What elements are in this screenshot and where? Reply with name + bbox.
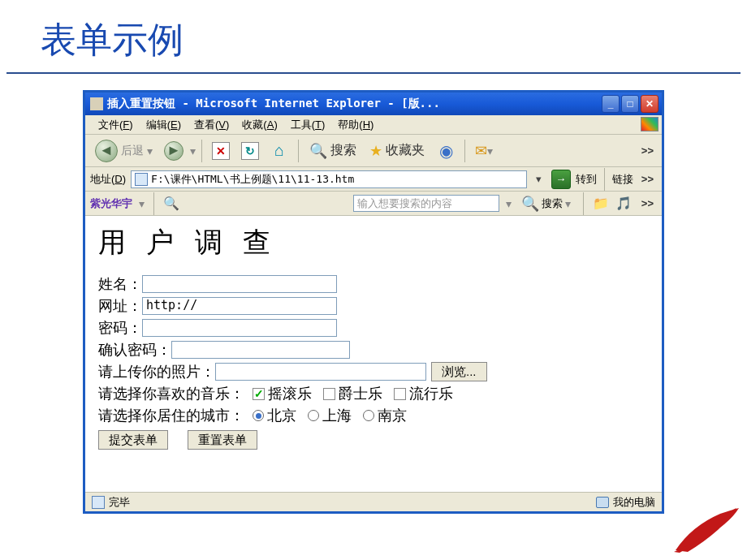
windows-flag-icon <box>641 117 658 131</box>
stop-button[interactable]: ✕ <box>208 138 234 164</box>
go-label: 转到 <box>576 172 597 187</box>
address-separator <box>604 168 605 191</box>
submit-button[interactable]: 提交表单 <box>98 430 168 450</box>
search-button[interactable]: 🔍 搜索 <box>304 138 361 164</box>
links-label[interactable]: 链接 <box>612 172 633 187</box>
upload-label: 请上传你的照片： <box>98 362 215 381</box>
menu-edit[interactable]: 编辑(E) <box>140 116 188 134</box>
address-label: 地址(D) <box>90 172 126 187</box>
menu-file[interactable]: 文件(F) <box>92 116 140 134</box>
reset-button[interactable]: 重置表单 <box>188 430 257 450</box>
back-label: 后退 <box>121 144 144 158</box>
media-button[interactable]: ◉ <box>433 138 459 164</box>
menu-tools[interactable]: 工具(T) <box>284 116 332 134</box>
page-icon <box>135 173 148 186</box>
close-button[interactable]: ✕ <box>641 95 658 113</box>
confirm-input[interactable] <box>171 341 350 359</box>
extra-search-input[interactable]: 输入想要搜索的内容 <box>353 195 499 212</box>
window-controls: _ □ ✕ <box>602 95 658 113</box>
extra-search-drop[interactable]: ▾ <box>506 197 512 210</box>
shanghai-label: 上海 <box>322 406 352 425</box>
mail-button[interactable]: ✉▾ <box>471 138 497 164</box>
toolbar-overflow[interactable]: >> <box>638 144 657 157</box>
forward-icon: ► <box>164 141 184 161</box>
toolbar: ◄ 后退 ▾ ► ▾ ✕ ↻ ⌂ 🔍 搜索 ★ 收藏夹 ◉ ✉▾ >> <box>85 135 662 167</box>
browse-button[interactable]: 浏览... <box>431 362 487 381</box>
toolbar-separator <box>201 140 202 162</box>
star-icon: ★ <box>369 142 382 160</box>
tool-icon-1[interactable]: 📁 <box>593 196 609 211</box>
forward-button[interactable]: ► <box>161 138 187 164</box>
status-page-icon <box>92 496 105 509</box>
address-bar: 地址(D) F:\课件\HTML\书上例题\11\11-13.htm ▾ → 转… <box>85 167 662 192</box>
nanjing-label: 南京 <box>378 406 407 425</box>
extra-search-label: 搜索 <box>542 196 563 211</box>
back-button[interactable]: ◄ 后退 ▾ <box>90 138 158 164</box>
title-underline <box>6 72 741 74</box>
city-label: 请选择你居住的城市： <box>98 406 244 425</box>
checkbox-rock[interactable]: ✓ 摇滚乐 <box>253 384 312 403</box>
confirm-label: 确认密码： <box>98 340 171 360</box>
status-done: 完毕 <box>109 495 130 510</box>
toolbar-separator-3 <box>464 140 465 162</box>
radio-icon <box>363 410 374 421</box>
minimize-button[interactable]: _ <box>602 95 620 113</box>
address-input[interactable]: F:\课件\HTML\书上例题\11\11-13.htm <box>131 170 527 188</box>
checkbox-icon: ✓ <box>253 388 265 400</box>
search-label: 搜索 <box>330 142 356 159</box>
ie-icon <box>90 97 103 110</box>
music-label: 请选择你喜欢的音乐： <box>98 384 244 403</box>
extra-sep <box>153 192 154 215</box>
jazz-label: 爵士乐 <box>339 384 382 403</box>
tool-icon[interactable]: 🔍 <box>163 196 179 211</box>
toolbar-separator-2 <box>298 140 299 162</box>
checkbox-jazz[interactable]: 爵士乐 <box>323 384 382 403</box>
extra-overflow[interactable]: >> <box>638 197 657 209</box>
search-icon-2: 🔍 <box>521 195 539 213</box>
brand-drop[interactable]: ▾ <box>139 197 145 210</box>
radio-beijing[interactable]: 北京 <box>253 406 296 425</box>
checkbox-icon <box>323 388 335 400</box>
address-dropdown[interactable]: ▾ <box>532 173 546 185</box>
menu-bar: 文件(F) 编辑(E) 查看(V) 收藏(A) 工具(T) 帮助(H) <box>85 115 662 135</box>
page-content: 用 户 调 查 姓名： 网址： http:// 密码： 确认密码： 请上传你的照… <box>85 216 662 492</box>
refresh-icon: ↻ <box>241 142 259 160</box>
stop-icon: ✕ <box>212 142 230 160</box>
corner-logo <box>659 502 741 558</box>
extra-sep-2 <box>583 192 584 215</box>
radio-shanghai[interactable]: 上海 <box>308 406 352 425</box>
refresh-button[interactable]: ↻ <box>237 138 263 164</box>
brand-label[interactable]: 紫光华宇 <box>90 196 132 211</box>
go-button[interactable]: → <box>551 170 571 189</box>
page-heading: 用 户 调 查 <box>98 224 649 261</box>
status-zone: 我的电脑 <box>613 495 655 510</box>
name-input[interactable] <box>142 275 337 293</box>
radio-icon <box>308 410 319 421</box>
title-bar: 插入重置按钮 - Microsoft Internet Explorer - [… <box>85 93 662 115</box>
password-input[interactable] <box>142 319 337 337</box>
mail-icon: ✉ <box>475 142 487 160</box>
tool-icon-2[interactable]: 🎵 <box>615 196 632 211</box>
menu-view[interactable]: 查看(V) <box>188 116 235 134</box>
address-overflow[interactable]: >> <box>638 173 657 185</box>
name-label: 姓名： <box>98 274 142 294</box>
menu-help[interactable]: 帮助(H) <box>331 116 380 134</box>
beijing-label: 北京 <box>267 406 296 425</box>
maximize-button[interactable]: □ <box>621 95 639 113</box>
menu-favorites[interactable]: 收藏(A) <box>235 116 283 134</box>
slide-title: 表单示例 <box>0 0 747 72</box>
address-path: F:\课件\HTML\书上例题\11\11-13.htm <box>151 172 354 187</box>
url-input[interactable]: http:// <box>142 297 337 315</box>
checkbox-pop[interactable]: 流行乐 <box>394 384 453 403</box>
extra-search-button[interactable]: 🔍 搜索 ▾ <box>518 195 574 213</box>
window-title: 插入重置按钮 - Microsoft Internet Explorer - [… <box>107 97 602 111</box>
home-button[interactable]: ⌂ <box>266 138 292 164</box>
rock-label: 摇滚乐 <box>268 384 312 403</box>
media-icon: ◉ <box>439 141 453 161</box>
upload-input[interactable] <box>215 363 426 381</box>
favorites-button[interactable]: ★ 收藏夹 <box>365 138 430 164</box>
back-icon: ◄ <box>95 140 118 162</box>
radio-nanjing[interactable]: 南京 <box>363 406 407 425</box>
forward-drop[interactable]: ▾ <box>190 144 196 157</box>
url-label: 网址： <box>98 296 142 316</box>
